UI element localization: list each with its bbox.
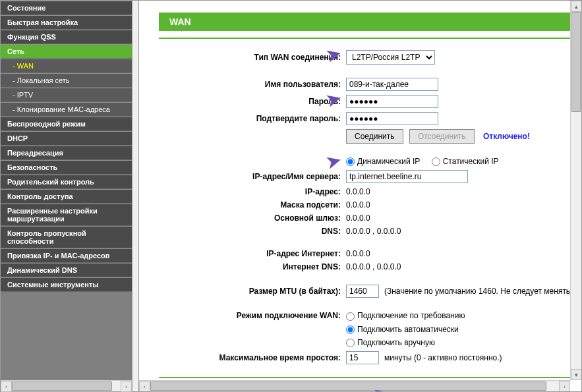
horizontal-scrollbar[interactable]: ‹ ›	[139, 380, 570, 391]
sidebar-item-9[interactable]: DHCP	[1, 131, 132, 146]
static-ip-radio-label[interactable]: Статический IP	[432, 157, 499, 166]
idle-note: минуты (0 - активно постоянно.)	[384, 353, 502, 362]
inet-ip-label: IP-адрес Интернет:	[159, 247, 343, 260]
auto-connect-radio[interactable]	[346, 325, 355, 334]
server-label: IP-адрес/Имя сервера:	[159, 168, 343, 185]
sidebar-item-6[interactable]: - IPTV	[1, 88, 132, 102]
sidebar-item-0[interactable]: Состояние	[1, 1, 132, 15]
connection-status: Отключено!	[483, 132, 530, 141]
password-label: Пароль:	[159, 93, 343, 110]
dynamic-ip-radio-label[interactable]: Динамический IP	[346, 157, 420, 166]
divider	[159, 377, 581, 378]
panel-divider	[132, 1, 139, 391]
sidebar-item-8[interactable]: Беспроводной режим	[1, 117, 132, 131]
sidebar-item-1[interactable]: Быстрая настройка	[1, 15, 132, 30]
scroll-down-icon[interactable]: ▾	[571, 369, 581, 380]
sidebar-item-15[interactable]: Контроль пропускной способности	[1, 226, 132, 248]
server-input[interactable]	[346, 170, 468, 183]
mtu-input[interactable]	[346, 285, 379, 298]
wan-form: Тип WAN соединения: ➤ L2TP/Россия L2TP И…	[159, 48, 581, 366]
dynamic-ip-radio[interactable]	[346, 157, 355, 166]
on-demand-radio[interactable]	[346, 312, 355, 321]
auto-radio-label[interactable]: Подключить автоматически	[346, 325, 459, 334]
manual-radio[interactable]	[346, 339, 355, 347]
on-demand-radio-label[interactable]: Подключение по требованию	[346, 311, 465, 320]
idle-label: Максимальное время простоя:	[159, 349, 343, 366]
inet-dns-label: Интернет DNS:	[159, 260, 343, 273]
dns-value: 0.0.0.0 , 0.0.0.0	[343, 225, 581, 238]
scroll-up-icon[interactable]: ▴	[571, 1, 581, 12]
sidebar-item-4[interactable]: - WAN	[1, 59, 132, 73]
gw-label: Основной шлюз:	[159, 211, 343, 225]
ip-value: 0.0.0.0	[343, 185, 581, 198]
gateway-value: 0.0.0.0	[343, 211, 581, 225]
mask-value: 0.0.0.0	[343, 198, 581, 211]
sidebar-item-18[interactable]: Системные инструменты	[1, 277, 132, 292]
sidebar-item-12[interactable]: Родительский контроль	[1, 175, 132, 189]
sidebar-item-16[interactable]: Привязка IP- и MAC-адресов	[1, 248, 132, 263]
confirm-password-input[interactable]	[346, 112, 438, 125]
scroll-thumb[interactable]	[12, 381, 112, 391]
wan-type-select[interactable]: L2TP/Россия L2TP	[346, 50, 435, 65]
sidebar-item-5[interactable]: - Локальная сеть	[1, 73, 132, 88]
scroll-left-icon[interactable]: ‹	[139, 381, 150, 391]
sidebar-horizontal-scrollbar[interactable]: ‹ ›	[1, 380, 132, 391]
sidebar-item-2[interactable]: Функция QSS	[1, 30, 132, 44]
sidebar-item-3[interactable]: Сеть	[1, 44, 132, 59]
divider	[159, 38, 581, 39]
scroll-left-icon[interactable]: ‹	[1, 381, 12, 392]
password-input[interactable]	[346, 95, 438, 108]
vertical-scrollbar[interactable]: ▴ ▾	[570, 1, 581, 380]
scroll-thumb[interactable]	[571, 12, 581, 112]
sidebar: СостояниеБыстрая настройкаФункция QSSСет…	[1, 1, 132, 391]
disconnect-button[interactable]: Отсоединить	[409, 129, 475, 144]
conn-type-label: Тип WAN соединения:	[159, 48, 343, 67]
page-title: WAN	[159, 13, 581, 31]
internet-ip-value: 0.0.0.0	[343, 247, 581, 260]
mtu-note: (Значение по умолчанию 1460. Не следует …	[384, 287, 581, 296]
sidebar-item-7[interactable]: - Клонирование MAC-адреса	[1, 102, 132, 117]
dns-label: DNS:	[159, 225, 343, 238]
manual-radio-label[interactable]: Подключить вручную	[346, 338, 435, 347]
mtu-label: Размер MTU (в байтах):	[159, 283, 343, 300]
idle-input[interactable]	[346, 351, 379, 364]
scroll-right-icon[interactable]: ›	[559, 381, 570, 391]
internet-dns-value: 0.0.0.0 , 0.0.0.0	[343, 260, 581, 273]
sidebar-item-13[interactable]: Контроль доступа	[1, 189, 132, 204]
username-label: Имя пользователя:	[159, 76, 343, 93]
sidebar-item-14[interactable]: Расширенные настройки маршрутизации	[1, 204, 132, 226]
sidebar-item-11[interactable]: Безопасность	[1, 160, 132, 175]
static-ip-radio[interactable]	[432, 157, 440, 166]
scroll-right-icon[interactable]: ›	[121, 381, 132, 392]
confirm-label: Подтвердите пароль:	[159, 110, 343, 127]
sidebar-item-17[interactable]: Динамический DNS	[1, 263, 132, 277]
sidebar-item-10[interactable]: Переадресация	[1, 146, 132, 160]
conn-mode-label: Режим подключение WAN:	[159, 309, 343, 322]
content-area: WAN Тип WAN соединения: ➤ L2TP/Россия L2…	[139, 1, 581, 391]
scroll-thumb[interactable]	[150, 381, 546, 391]
connect-button[interactable]: Соединить	[346, 129, 403, 144]
ip-label: IP-адрес:	[159, 185, 343, 198]
mask-label: Маска подсети:	[159, 198, 343, 211]
username-input[interactable]	[346, 78, 438, 91]
